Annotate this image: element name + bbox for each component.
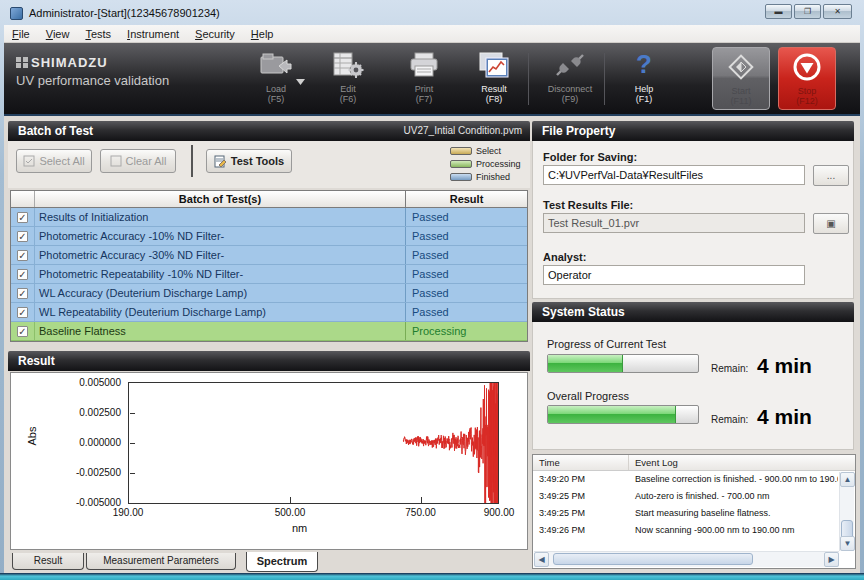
- status-legend: SelectProcessingFinished: [450, 144, 526, 183]
- event-log-hscrollbar[interactable]: ◀ ▶: [534, 551, 839, 567]
- test-tools-button[interactable]: Test Tools: [206, 149, 292, 173]
- scroll-down-button[interactable]: ▼: [840, 536, 855, 551]
- event-text: Baseline correction is finished. - 900.0…: [629, 471, 838, 488]
- file-property-header: File Property: [532, 121, 854, 141]
- tab-result[interactable]: Result: [12, 553, 84, 570]
- row-checkbox[interactable]: ✓: [17, 307, 28, 318]
- row-checkbox[interactable]: ✓: [17, 231, 28, 242]
- column-time: Time: [533, 455, 629, 470]
- legend-chip-finished: [450, 173, 472, 181]
- event-time: 3:49:26 PM: [533, 522, 629, 539]
- titlebar: Administrator-[Start](12345678901234) ▬ …: [4, 3, 860, 25]
- file-options-button[interactable]: ▣: [813, 213, 849, 234]
- menu-security[interactable]: Security: [187, 28, 243, 40]
- load-dropdown-arrow[interactable]: [296, 71, 305, 89]
- batch-row[interactable]: ✓WL Accuracy (Deuterium Discharge Lamp)P…: [11, 284, 527, 303]
- analyst-input[interactable]: Operator: [543, 265, 805, 285]
- disconnect-icon: [538, 49, 602, 81]
- result-button[interactable]: Result(F8): [462, 49, 526, 104]
- hscroll-thumb[interactable]: [553, 553, 753, 565]
- help-button[interactable]: ?Help(F1): [612, 49, 676, 104]
- result-panel-title: Result: [18, 354, 55, 368]
- select-all-button[interactable]: Select All: [16, 149, 92, 173]
- test-name: Photometric Accuracy -30% ND Filter-: [35, 246, 406, 264]
- event-log-vscrollbar[interactable]: ▲ ▼: [839, 472, 854, 551]
- scroll-up-button[interactable]: ▲: [840, 472, 855, 487]
- print-button[interactable]: Print(F7): [392, 49, 456, 104]
- row-checkbox[interactable]: ✓: [17, 288, 28, 299]
- current-remain-value: 4 min: [757, 354, 812, 378]
- event-log-row: 3:49:25 PMStart measuring baseline flatn…: [533, 505, 855, 522]
- column-event-log: Event Log: [629, 455, 855, 470]
- toolbar-separator: [528, 53, 529, 105]
- y-axis-label: Abs: [26, 427, 38, 446]
- row-checkbox[interactable]: ✓: [17, 269, 28, 280]
- window-frame: Administrator-[Start](12345678901234) ▬ …: [0, 0, 864, 580]
- maximize-button[interactable]: ❐: [794, 4, 821, 19]
- tab-measurement-parameters[interactable]: Measurement Parameters: [86, 553, 236, 570]
- menubar: FileViewTestsInstrumentSecurityHelp: [4, 25, 860, 43]
- file-property-title: File Property: [542, 124, 615, 138]
- event-log-row: 3:49:26 PMNow scanning -900.00 nm to 190…: [533, 522, 855, 539]
- batch-row[interactable]: ✓WL Repeatability (Deuterium Discharge L…: [11, 303, 527, 322]
- event-text: Auto-zero is finished. - 700.00 nm: [629, 488, 838, 505]
- row-checkbox[interactable]: ✓: [17, 326, 28, 337]
- remain-label-2: Remain:: [711, 414, 748, 425]
- x-tick-label: 500.00: [260, 507, 320, 518]
- system-status-header: System Status: [532, 302, 854, 322]
- batch-panel-header: Batch of Test UV27_Intial Condition.pvm: [8, 121, 530, 141]
- shimadzu-logo-icon: [16, 57, 28, 68]
- test-results-file-input[interactable]: Test Result_01.pvr: [543, 213, 805, 233]
- y-tick-label: -0.002500: [51, 467, 121, 478]
- test-result: Passed: [406, 208, 527, 226]
- plot-area: [128, 382, 499, 504]
- batch-toolbar: Select All Clear All Test Tools SelectPr…: [8, 141, 530, 188]
- system-status-title: System Status: [542, 305, 625, 319]
- event-time: 3:49:25 PM: [533, 488, 629, 505]
- legend-chip-processing: [450, 160, 472, 168]
- event-time: 3:49:20 PM: [533, 471, 629, 488]
- test-result: Passed: [406, 284, 527, 302]
- window-title: Administrator-[Start](12345678901234): [29, 7, 220, 19]
- tab-spectrum[interactable]: Spectrum: [246, 552, 318, 572]
- help-icon: ?: [612, 49, 676, 81]
- event-time: 3:49:25 PM: [533, 505, 629, 522]
- menu-view[interactable]: View: [38, 28, 78, 40]
- menu-instrument[interactable]: Instrument: [119, 28, 187, 40]
- batch-row[interactable]: ✓Photometric Accuracy -30% ND Filter-Pas…: [11, 246, 527, 265]
- disconnect-button[interactable]: Disconnect(F9): [538, 49, 602, 104]
- column-batch-of-tests: Batch of Test(s): [35, 191, 406, 207]
- scroll-left-button[interactable]: ◀: [534, 552, 549, 567]
- print-icon: [392, 49, 456, 81]
- result-panel-header: Result: [8, 351, 530, 371]
- menu-tests[interactable]: Tests: [77, 28, 119, 40]
- minimize-button[interactable]: ▬: [765, 4, 792, 19]
- batch-row[interactable]: ✓Photometric Accuracy -10% ND Filter-Pas…: [11, 227, 527, 246]
- clear-all-button[interactable]: Clear All: [100, 149, 176, 173]
- batch-row[interactable]: ✓Results of InitializationPassed: [11, 208, 527, 227]
- x-axis-label: nm: [292, 522, 307, 534]
- browse-folder-button[interactable]: ...: [813, 165, 849, 186]
- test-name: Baseline Flatness: [35, 322, 406, 340]
- batch-toolbar-separator: [191, 145, 193, 177]
- menu-file[interactable]: File: [4, 28, 38, 40]
- stop-icon: [779, 48, 835, 86]
- stop-button[interactable]: Stop(F12): [778, 47, 836, 110]
- batch-file-name: UV27_Intial Condition.pvm: [404, 121, 522, 141]
- batch-row[interactable]: ✓Photometric Repeatability -10% ND Filte…: [11, 265, 527, 284]
- event-log-header: Time Event Log: [533, 455, 855, 471]
- edit-button[interactable]: Edit(F6): [316, 49, 380, 104]
- test-name: WL Repeatability (Deuterium Discharge La…: [35, 303, 406, 321]
- batch-row[interactable]: ✓Baseline FlatnessProcessing: [11, 322, 527, 341]
- svg-text:?: ?: [636, 51, 652, 79]
- row-checkbox[interactable]: ✓: [17, 250, 28, 261]
- test-results-file-label: Test Results File:: [543, 199, 633, 211]
- folder-for-saving-input[interactable]: C:¥UVPerfVal-Data¥ResultFiles: [543, 165, 805, 185]
- close-button[interactable]: ✕: [823, 4, 852, 19]
- menu-help[interactable]: Help: [243, 28, 282, 40]
- file-property-body: Folder for Saving: C:¥UVPerfVal-Data¥Res…: [532, 141, 854, 299]
- start-button[interactable]: Start(F11): [712, 47, 770, 110]
- scroll-right-button[interactable]: ▶: [824, 552, 839, 567]
- legend-label: Select: [476, 146, 526, 156]
- row-checkbox[interactable]: ✓: [17, 212, 28, 223]
